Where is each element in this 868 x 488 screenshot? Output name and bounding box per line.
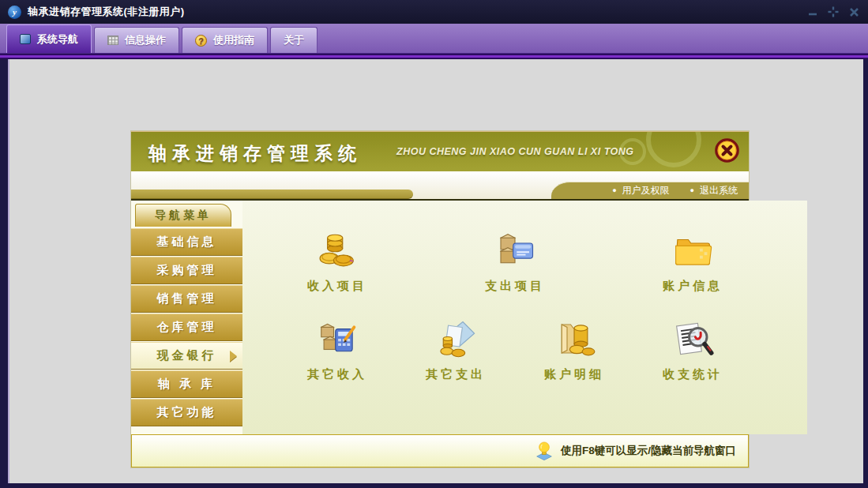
link-users-permissions[interactable]: ● 用户及权限 — [612, 184, 669, 197]
sidebar-item-label: 其它功能 — [157, 405, 217, 420]
module-account-details[interactable]: 账户明细 — [515, 319, 633, 382]
module-income-items[interactable]: 收入项目 — [278, 231, 396, 294]
window-controls — [806, 6, 860, 18]
tab-system-navigation[interactable]: 系统导航 — [6, 24, 92, 53]
tab-label: 系统导航 — [37, 32, 78, 47]
sidebar-header: 导航菜单 — [135, 204, 231, 227]
sidebar-item-warehouse[interactable]: 仓库管理 — [131, 313, 242, 341]
window-frame-bottom — [0, 483, 868, 488]
module-label: 支出项目 — [485, 279, 545, 294]
module-label: 其它支出 — [426, 367, 486, 382]
module-other-income[interactable]: 其它收入 — [278, 319, 396, 382]
module-label: 账户明细 — [544, 367, 604, 382]
tab-label: 关于 — [284, 33, 304, 47]
purple-divider — [0, 54, 868, 59]
bullet-icon: ● — [612, 187, 616, 194]
window-title: 轴承进销存管理系统(非注册用户) — [28, 5, 185, 19]
content-area: 导航菜单 基础信息 采购管理 销售管理 仓库管理 现金银行 轴 承 库 其它功能 — [131, 201, 749, 434]
tab-label: 信息操作 — [125, 33, 166, 47]
link-label: 退出系统 — [700, 184, 738, 197]
close-icon[interactable] — [715, 138, 739, 163]
status-bar: 使用F8键可以显示/隐藏当前导航窗口 — [131, 434, 749, 467]
module-row-1: 收入项目 支出项目 — [278, 231, 752, 294]
paper-coins-icon — [434, 319, 477, 358]
sidebar-item-label: 现金银行 — [157, 348, 217, 363]
sub-strip: ● 用户及权限 ● 退出系统 — [131, 171, 749, 199]
link-label: 用户及权限 — [622, 184, 670, 197]
tab-bar: 系统导航 信息操作 ? 使用指南 关于 — [0, 24, 868, 54]
question-coin-icon: ? — [195, 35, 207, 47]
restore-button[interactable] — [827, 6, 840, 18]
doc-magnifier-icon — [671, 319, 714, 358]
arrow-right-icon — [230, 351, 237, 362]
banner-swirl-decoration — [646, 131, 701, 167]
bulb-icon — [533, 440, 555, 462]
window-frame-left — [0, 59, 8, 488]
quick-links-band: ● 用户及权限 ● 退出系统 — [551, 182, 749, 199]
tab-user-guide[interactable]: ? 使用指南 — [182, 27, 268, 53]
module-income-expense-stats[interactable]: 收支统计 — [633, 319, 752, 382]
tab-info-operations[interactable]: 信息操作 — [94, 27, 179, 53]
minimize-button[interactable] — [806, 6, 819, 18]
close-window-button[interactable] — [847, 6, 860, 18]
banner-title: 轴承进销存管理系统 — [148, 141, 362, 166]
window-frame-right — [863, 59, 868, 488]
module-label: 账户信息 — [663, 279, 723, 294]
module-label: 收支统计 — [663, 367, 723, 382]
coins-icon — [316, 231, 359, 270]
sidebar-item-label: 销售管理 — [157, 291, 217, 306]
link-exit-system[interactable]: ● 退出系统 — [690, 184, 738, 197]
module-row-2: 其它收入 其它支出 — [278, 319, 752, 382]
box-card-icon — [494, 231, 536, 270]
sidebar-item-label: 轴 承 库 — [158, 377, 216, 392]
sidebar-item-sales[interactable]: 销售管理 — [131, 285, 242, 313]
sidebar-item-label: 基础信息 — [157, 235, 217, 250]
status-text: 使用F8键可以显示/隐藏当前导航窗口 — [561, 444, 736, 458]
module-label: 收入项目 — [307, 279, 367, 294]
folder-coins-icon — [553, 319, 596, 358]
sidebar-item-cash-bank[interactable]: 现金银行 — [131, 342, 242, 370]
module-other-expense[interactable]: 其它支出 — [396, 319, 515, 382]
folder-icon — [671, 231, 714, 270]
sidebar-item-other-functions[interactable]: 其它功能 — [131, 399, 242, 426]
tab-about[interactable]: 关于 — [270, 27, 318, 53]
sidebar-item-basic-info[interactable]: 基础信息 — [131, 228, 242, 256]
module-panel: 收入项目 支出项目 — [242, 201, 807, 434]
sidebar-item-purchase[interactable]: 采购管理 — [131, 257, 242, 284]
window-frame-left-highlight — [8, 59, 9, 483]
banner-subtitle: ZHOU CHENG JIN XIAO CUN GUAN LI XI TONG — [396, 146, 634, 157]
navigation-sidebar: 导航菜单 基础信息 采购管理 销售管理 仓库管理 现金银行 轴 承 库 其它功能 — [131, 201, 242, 434]
banner: 轴承进销存管理系统 ZHOU CHENG JIN XIAO CUN GUAN L… — [131, 131, 749, 171]
module-expense-items[interactable]: 支出项目 — [456, 231, 574, 294]
tab-label: 使用指南 — [213, 33, 254, 47]
sidebar-item-label: 采购管理 — [157, 263, 217, 278]
module-account-info[interactable]: 账户信息 — [633, 231, 752, 294]
sidebar-item-label: 仓库管理 — [157, 320, 217, 335]
navigation-window: 轴承进销存管理系统 ZHOU CHENG JIN XIAO CUN GUAN L… — [131, 131, 749, 467]
blue-square-icon — [20, 34, 31, 44]
gold-divider-bar — [131, 190, 413, 199]
bullet-icon: ● — [690, 187, 694, 194]
boxes-calculator-icon — [316, 319, 359, 358]
titlebar: y 轴承进销存管理系统(非注册用户) — [0, 0, 868, 24]
module-label: 其它收入 — [307, 367, 367, 382]
app-logo-icon: y — [8, 6, 21, 19]
sidebar-item-bearing-stock[interactable]: 轴 承 库 — [131, 370, 242, 398]
grid-icon — [107, 36, 118, 45]
